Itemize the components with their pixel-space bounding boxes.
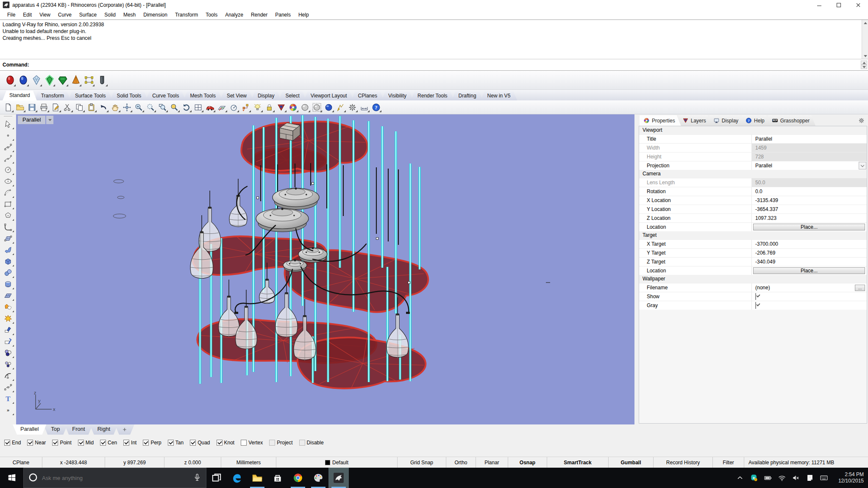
box-button[interactable]	[2, 256, 14, 267]
menu-analyze[interactable]: Analyze	[221, 11, 247, 19]
zoom-selected-button[interactable]	[168, 101, 180, 113]
gumball-button[interactable]	[239, 101, 251, 113]
filename-browse-button[interactable]: ...	[855, 285, 865, 291]
scroll-down-icon[interactable]	[862, 53, 868, 59]
tab-standard[interactable]: Standard	[3, 91, 37, 100]
taskbar-clock[interactable]: 2:54 PM 12/10/2015	[831, 468, 868, 488]
trim-button[interactable]	[2, 324, 14, 336]
render-sphere-selected-button[interactable]	[311, 101, 323, 113]
cortana-search[interactable]	[23, 468, 206, 488]
car-button[interactable]	[204, 101, 216, 113]
add-viewport-tab[interactable]	[115, 424, 134, 435]
tray-notes[interactable]	[803, 468, 817, 488]
menu-panels[interactable]: Panels	[271, 11, 295, 19]
location-place-button[interactable]: Place...	[753, 224, 865, 230]
menu-mesh[interactable]: Mesh	[120, 11, 139, 19]
close-button[interactable]	[849, 0, 868, 10]
status-millimeters[interactable]: Millimeters	[221, 457, 276, 468]
panel-tab-grasshopper[interactable]: RCPGrasshopper	[768, 115, 815, 126]
osnap-point-checkbox[interactable]	[52, 440, 58, 446]
curve-interpolate-button[interactable]	[2, 153, 14, 164]
render-sphere-button[interactable]	[299, 101, 311, 113]
history-scrollbar[interactable]	[862, 20, 868, 59]
vray-gem-green-button[interactable]	[56, 72, 69, 88]
taskbar-edge[interactable]	[227, 468, 247, 488]
menu-edit[interactable]: Edit	[19, 11, 36, 19]
status-default[interactable]: Default	[276, 457, 398, 468]
gear-button[interactable]	[346, 101, 358, 113]
undo-button[interactable]	[97, 101, 109, 113]
osnap-perp[interactable]: Perp	[143, 440, 161, 446]
pan-hand-button[interactable]	[109, 101, 121, 113]
viewport-canvas[interactable]	[16, 114, 634, 424]
z-location-value[interactable]: 1097.323	[755, 215, 776, 221]
menu-file[interactable]: File	[3, 11, 19, 19]
tab-render-tools[interactable]: Render Tools	[411, 92, 454, 100]
split-button[interactable]	[2, 336, 14, 347]
osnap-end[interactable]: End	[4, 440, 21, 446]
lock-button[interactable]	[263, 101, 275, 113]
osnap-int-checkbox[interactable]	[123, 440, 129, 446]
spinner-down-icon[interactable]	[861, 65, 867, 69]
panel-splitter[interactable]	[634, 114, 638, 424]
x-target-value[interactable]: -3700.000	[755, 241, 778, 247]
vray-red-sphere-button[interactable]	[3, 72, 17, 88]
zoom-window-button[interactable]	[156, 101, 168, 113]
print-button[interactable]	[38, 101, 50, 113]
rotation-value[interactable]: 0.0	[755, 189, 762, 194]
status-gumball[interactable]: Gumball	[609, 457, 654, 468]
pointer-button[interactable]	[2, 119, 14, 130]
spinner-up-icon[interactable]	[861, 61, 867, 65]
tray-battery[interactable]	[761, 468, 775, 488]
microphone-icon[interactable]	[192, 473, 202, 483]
copy-button[interactable]	[73, 101, 85, 113]
panel-tab-help[interactable]: ?Help	[742, 115, 771, 126]
vray-gem-button[interactable]	[30, 72, 43, 88]
osnap-vertex[interactable]: Vertex	[241, 440, 263, 446]
tray-volume-muted[interactable]	[789, 468, 803, 488]
ellipse-button[interactable]	[2, 176, 14, 187]
lightbulb-button[interactable]	[251, 101, 263, 113]
arc-handle-button[interactable]	[2, 370, 14, 381]
tab-visibility[interactable]: Visibility	[381, 92, 413, 100]
y-location-value[interactable]: -3654.337	[755, 206, 778, 212]
revolve-button[interactable]	[2, 279, 14, 290]
viewport-title-menu[interactable]	[46, 116, 53, 124]
taskbar-paint[interactable]	[308, 468, 328, 488]
tab-viewport-layout[interactable]: Viewport Layout	[304, 92, 354, 100]
mesh-surface-button[interactable]	[2, 290, 14, 301]
tray-eset[interactable]: e!	[747, 468, 761, 488]
menu-render[interactable]: Render	[247, 11, 271, 19]
viewport-title[interactable]: Parallel	[18, 116, 45, 124]
osnap-cen-checkbox[interactable]	[100, 440, 106, 446]
help-button[interactable]: ?	[370, 101, 382, 113]
rebuild-button[interactable]	[2, 382, 14, 393]
tray-keyboard[interactable]	[817, 468, 831, 488]
viewport-parallel[interactable]: Parallel z y x	[16, 114, 634, 424]
render-sphere-blue-button[interactable]	[323, 101, 334, 113]
taskbar-file-explorer[interactable]	[247, 468, 267, 488]
status-osnap[interactable]: Osnap	[508, 457, 547, 468]
scroll-up-icon[interactable]	[862, 20, 868, 26]
fillet-button[interactable]	[2, 222, 14, 233]
osnap-quad-checkbox[interactable]	[190, 440, 196, 446]
status-record-history[interactable]: Record History	[654, 457, 713, 468]
osnap-perp-checkbox[interactable]	[143, 440, 149, 446]
viewport-layout-button[interactable]	[192, 101, 204, 113]
export-page-button[interactable]	[50, 101, 61, 113]
osnap-mid-checkbox[interactable]	[78, 440, 84, 446]
vray-gem-glow-button[interactable]	[43, 72, 56, 88]
search-input[interactable]	[42, 475, 189, 481]
taskbar-chrome[interactable]	[288, 468, 308, 488]
tab-curve-tools[interactable]: Curve Tools	[145, 92, 186, 100]
x-location-value[interactable]: -3135.439	[755, 197, 778, 203]
osnap-knot[interactable]: Knot	[217, 440, 235, 446]
circle-radius-button[interactable]	[228, 101, 239, 113]
panel-tab-display[interactable]: Display	[709, 115, 744, 126]
menu-solid[interactable]: Solid	[100, 11, 120, 19]
circle-button[interactable]	[2, 164, 14, 175]
color-wheel-button[interactable]	[287, 101, 299, 113]
osnap-tan[interactable]: Tan	[168, 440, 184, 446]
surface-points-button[interactable]	[2, 233, 14, 244]
undo-view-button[interactable]	[180, 101, 192, 113]
